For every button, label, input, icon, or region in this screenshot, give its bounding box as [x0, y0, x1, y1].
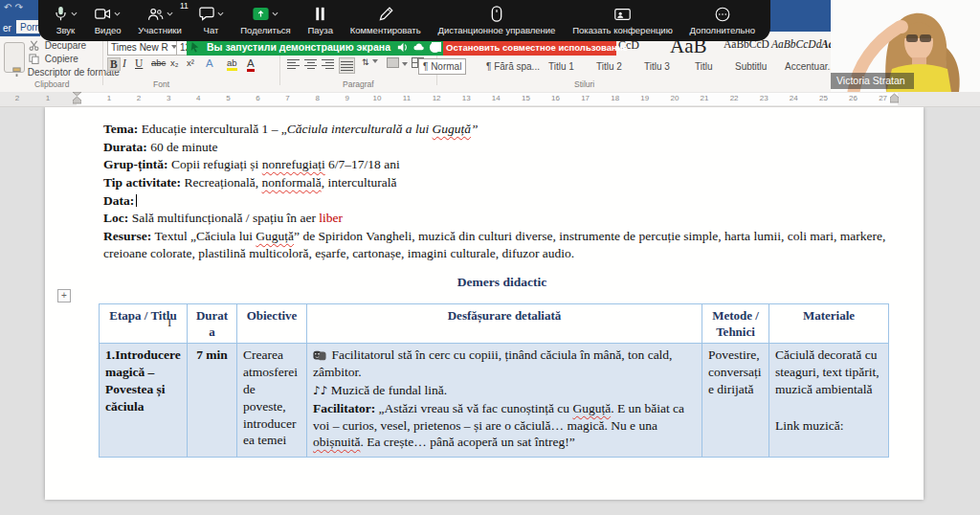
ruler-number: 21 — [701, 94, 709, 102]
align-left-button[interactable] — [287, 57, 300, 70]
pause-button[interactable]: Пауза — [308, 0, 333, 41]
style-title[interactable]: Titlu — [695, 61, 713, 72]
theater-masks-icon — [313, 350, 326, 361]
scissors-icon — [29, 40, 39, 51]
ruler-number: 20 — [670, 94, 679, 102]
ruler-number: 2 — [15, 94, 19, 102]
more-button[interactable]: Дополнительно — [690, 0, 755, 41]
section-heading: Demers didactic — [103, 274, 901, 292]
chevron-down-icon — [402, 62, 408, 66]
ruler-number: 10 — [372, 94, 381, 102]
audio-button[interactable]: Звук — [54, 0, 78, 41]
video-camera-icon — [95, 8, 111, 20]
participant-name-label: Victoria Stratan — [831, 73, 914, 89]
style-emphasis1[interactable]: Accentuar... — [785, 61, 835, 72]
horizontal-ruler[interactable]: 2 1 123456789101112131415161718192021222… — [0, 92, 980, 107]
col-header-desfasurare[interactable]: Desfășurare detaliată — [307, 304, 702, 344]
annotate-button[interactable]: Комментировать — [350, 0, 421, 41]
align-center-icon — [304, 57, 317, 68]
bold-button[interactable]: B — [107, 57, 121, 71]
italic-button[interactable]: I — [122, 57, 126, 69]
cell-obiective[interactable]: Crearea atmosferei de poveste, introduce… — [237, 344, 307, 458]
show-conference-button[interactable]: Показать конференцию — [572, 0, 673, 41]
remote-control-button[interactable]: Дистанционное управление — [437, 0, 555, 41]
style-normal[interactable]: ¶ Normal — [418, 58, 466, 75]
ruler-number: 11 — [403, 94, 411, 102]
line-tema: Tema: Educație interculturală 1 – „Căciu… — [103, 121, 901, 139]
col-header-obiective[interactable]: Obiective — [237, 304, 307, 344]
line-durata: Durata: 60 de minute — [103, 139, 901, 157]
video-button[interactable]: Видео — [95, 0, 122, 41]
ruler-number: 19 — [640, 94, 649, 102]
chevron-down-icon — [167, 11, 173, 16]
style-no-spacing[interactable]: ¶ Fără spa... — [486, 61, 540, 72]
tab-file-fragment[interactable]: er — [3, 23, 11, 34]
document-page[interactable]: Tema: Educație interculturală 1 – „Căciu… — [45, 107, 924, 500]
ruler-number: 26 — [849, 94, 858, 102]
col-header-durata[interactable]: Durata — [188, 304, 237, 344]
share-screen-button[interactable]: Поделиться — [240, 0, 290, 41]
table-move-handle[interactable]: + — [57, 289, 71, 302]
screen: ↶↷ er Porn Decupare Copiere Descriptor d… — [0, 0, 980, 515]
style-heading2[interactable]: Titlu 2 — [596, 61, 622, 72]
participants-icon — [147, 7, 164, 21]
justify-icon — [341, 59, 353, 70]
chat-button[interactable]: Чат — [199, 0, 224, 41]
ruler-number: 9 — [345, 94, 349, 102]
style-subtitle[interactable]: Subtitlu — [735, 61, 767, 72]
shading-icon — [387, 57, 399, 68]
chat-icon — [199, 7, 214, 21]
highlight-button[interactable]: ab — [227, 57, 237, 71]
cell-desfasurare[interactable]: Facilitatorul stă în cerc cu copiii, țin… — [307, 344, 702, 458]
font-family-select[interactable]: Times New R — [107, 39, 178, 56]
lesson-table: Etapa / Titlu Durata Obiective Desfășura… — [99, 303, 888, 458]
cell-materiale[interactable]: Căciulă decorată cu steaguri, text tipăr… — [769, 344, 889, 458]
webcam-overlay[interactable]: Victoria Stratan — [831, 0, 980, 92]
line-resurse: Resurse: Textul „Căciula lui Guguță” de … — [103, 228, 901, 263]
justify-button[interactable] — [339, 57, 355, 74]
participants-button[interactable]: 11 Участники — [138, 0, 181, 41]
cell-metode[interactable]: Povestire, conversație dirijată — [702, 344, 769, 458]
col-header-metode[interactable]: Metode / Tehnici — [702, 304, 769, 344]
align-left-icon — [287, 57, 300, 68]
line-tip: Tip activitate: Recreațională, nonformal… — [103, 174, 901, 192]
line-spacing-button[interactable]: ⇅ — [362, 57, 378, 67]
cut-button[interactable]: Decupare — [29, 40, 86, 51]
speaker-icon[interactable] — [396, 41, 409, 54]
cell-etapa[interactable]: 1.Introducere magică – Povestea și căciu… — [100, 344, 188, 458]
group-divider — [102, 39, 103, 85]
chevron-down-icon — [114, 11, 121, 16]
col-header-etapa[interactable]: Etapa / Titlu — [100, 304, 188, 344]
microphone-icon — [54, 6, 68, 22]
subscript-button[interactable]: x₂ — [170, 57, 178, 68]
cloud-icon[interactable] — [412, 41, 425, 54]
clipboard-group-label: Clipboard — [34, 79, 69, 89]
ruler-number: 16 — [551, 94, 560, 102]
align-right-button[interactable] — [322, 57, 334, 70]
strikethrough-button[interactable]: abc — [151, 57, 166, 68]
underline-button[interactable]: U — [135, 57, 143, 69]
document-text: Tema: Educație interculturală 1 – „Căciu… — [103, 121, 901, 292]
chevron-down-icon — [217, 11, 224, 16]
line-data: Data: — [103, 192, 901, 211]
cell-durata[interactable]: 7 min — [188, 344, 237, 458]
font-color-button[interactable]: A — [247, 57, 255, 72]
text-effects-button[interactable]: A — [206, 57, 213, 69]
copy-button[interactable]: Copiere — [29, 54, 78, 64]
text-caret — [136, 194, 137, 207]
quick-access-undo-redo-icons[interactable]: ↶↷ — [4, 2, 26, 12]
indent-marker-right[interactable] — [890, 93, 899, 103]
ruler-number: 3 — [167, 94, 170, 102]
align-center-button[interactable] — [304, 57, 317, 70]
style-heading3[interactable]: Titlu 3 — [644, 61, 670, 72]
ruler-number: 8 — [315, 94, 319, 102]
style-heading1[interactable]: Titlu 1 — [548, 61, 574, 72]
indent-marker-left[interactable] — [73, 92, 81, 104]
line-grup: Grup-țintă: Copii refugiați și nonrefugi… — [103, 156, 901, 174]
col-header-materiale[interactable]: Materiale — [769, 304, 889, 344]
superscript-button[interactable]: x² — [187, 57, 194, 68]
ruler-number: 27 — [879, 94, 887, 102]
shading-button[interactable] — [387, 57, 408, 70]
ruler-number: 13 — [462, 94, 471, 102]
chevron-down-icon — [372, 59, 378, 63]
